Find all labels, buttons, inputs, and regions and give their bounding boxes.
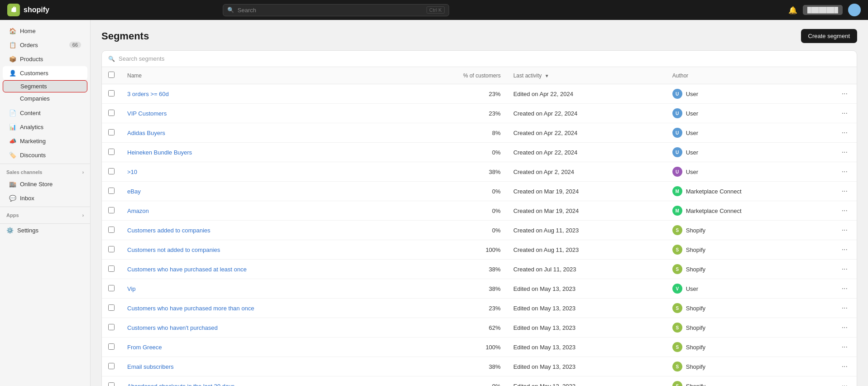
row-more-button[interactable]: ··· <box>839 381 850 386</box>
row-actions-cell[interactable]: ··· <box>833 240 857 260</box>
segment-name-cell[interactable]: Email subscribers <box>121 357 405 376</box>
segments-search-input[interactable] <box>119 55 850 62</box>
row-checkbox[interactable] <box>108 110 115 116</box>
row-checkbox[interactable] <box>108 324 115 330</box>
sidebar-item-discounts[interactable]: 🏷️ Discounts <box>3 148 87 162</box>
row-actions-cell[interactable]: ··· <box>833 221 857 240</box>
row-actions-cell[interactable]: ··· <box>833 338 857 357</box>
row-checkbox[interactable] <box>108 188 115 194</box>
segment-name-cell[interactable]: Heineken Bundle Buyers <box>121 143 405 162</box>
segment-name-cell[interactable]: Abandoned checkouts in the last 30 days <box>121 376 405 386</box>
row-checkbox[interactable] <box>108 265 115 272</box>
segment-name-cell[interactable]: Amazon <box>121 201 405 221</box>
row-checkbox-cell[interactable] <box>102 162 121 182</box>
row-checkbox[interactable] <box>108 129 115 135</box>
row-checkbox[interactable] <box>108 246 115 252</box>
row-actions-cell[interactable]: ··· <box>833 318 857 338</box>
segment-name-cell[interactable]: Customers who haven't purchased <box>121 318 405 338</box>
sidebar-item-marketing[interactable]: 📣 Marketing <box>3 134 87 148</box>
shopify-logo[interactable]: S shopify <box>7 4 49 16</box>
segment-name-cell[interactable]: Customers who have purchased more than o… <box>121 299 405 318</box>
row-checkbox-cell[interactable] <box>102 221 121 240</box>
segment-name-cell[interactable]: 3 orders >= 60d <box>121 84 405 104</box>
row-actions-cell[interactable]: ··· <box>833 84 857 104</box>
store-selector[interactable]: ████████ <box>803 5 843 15</box>
segment-name-cell[interactable]: From Greece <box>121 338 405 357</box>
segment-name-cell[interactable]: Customers added to companies <box>121 221 405 240</box>
row-actions-cell[interactable]: ··· <box>833 162 857 182</box>
row-checkbox-cell[interactable] <box>102 260 121 279</box>
row-checkbox[interactable] <box>108 285 115 291</box>
row-more-button[interactable]: ··· <box>839 284 850 294</box>
row-actions-cell[interactable]: ··· <box>833 123 857 143</box>
segment-name-cell[interactable]: Vip <box>121 279 405 299</box>
notification-bell-icon[interactable]: 🔔 <box>788 6 797 14</box>
select-all-checkbox[interactable] <box>108 72 115 78</box>
row-checkbox-cell[interactable] <box>102 182 121 201</box>
col-name[interactable]: Name <box>121 67 405 84</box>
row-actions-cell[interactable]: ··· <box>833 299 857 318</box>
row-checkbox-cell[interactable] <box>102 318 121 338</box>
sidebar-item-settings[interactable]: ⚙️ Settings <box>0 223 90 237</box>
sidebar-item-products[interactable]: 📦 Products <box>3 52 87 66</box>
row-more-button[interactable]: ··· <box>839 128 850 138</box>
row-actions-cell[interactable]: ··· <box>833 201 857 221</box>
row-checkbox[interactable] <box>108 304 115 311</box>
row-actions-cell[interactable]: ··· <box>833 260 857 279</box>
sidebar-item-inbox[interactable]: 💬 Inbox <box>3 191 87 205</box>
row-actions-cell[interactable]: ··· <box>833 104 857 123</box>
row-checkbox[interactable] <box>108 168 115 174</box>
sidebar-item-home[interactable]: 🏠 Home <box>3 24 87 38</box>
row-more-button[interactable]: ··· <box>839 89 850 99</box>
row-more-button[interactable]: ··· <box>839 225 850 235</box>
segment-name-cell[interactable]: >10 <box>121 162 405 182</box>
row-checkbox-cell[interactable] <box>102 376 121 386</box>
sidebar-item-companies[interactable]: Companies <box>3 93 87 104</box>
row-more-button[interactable]: ··· <box>839 167 850 177</box>
row-more-button[interactable]: ··· <box>839 147 850 157</box>
row-more-button[interactable]: ··· <box>839 264 850 274</box>
segment-name-cell[interactable]: Adidas Buyers <box>121 123 405 143</box>
row-actions-cell[interactable]: ··· <box>833 143 857 162</box>
row-checkbox[interactable] <box>108 149 115 155</box>
row-checkbox-cell[interactable] <box>102 104 121 123</box>
row-checkbox-cell[interactable] <box>102 143 121 162</box>
row-checkbox-cell[interactable] <box>102 123 121 143</box>
row-more-button[interactable]: ··· <box>839 206 850 216</box>
row-more-button[interactable]: ··· <box>839 342 850 352</box>
row-checkbox[interactable] <box>108 227 115 233</box>
row-checkbox-cell[interactable] <box>102 201 121 221</box>
row-more-button[interactable]: ··· <box>839 108 850 118</box>
select-all-header[interactable] <box>102 67 121 84</box>
col-author[interactable]: Author <box>666 67 833 84</box>
sidebar-item-content[interactable]: 📄 Content <box>3 106 87 120</box>
sidebar-item-segments[interactable]: Segments <box>3 80 87 92</box>
segment-name-cell[interactable]: Customers who have purchased at least on… <box>121 260 405 279</box>
row-checkbox-cell[interactable] <box>102 279 121 299</box>
sidebar-item-customers[interactable]: 👤 Customers <box>3 66 87 80</box>
col-last-activity[interactable]: Last activity ▼ <box>507 67 666 84</box>
segment-name-cell[interactable]: Customers not added to companies <box>121 240 405 260</box>
create-segment-button[interactable]: Create segment <box>801 29 858 43</box>
row-more-button[interactable]: ··· <box>839 323 850 333</box>
row-actions-cell[interactable]: ··· <box>833 376 857 386</box>
sidebar-item-orders[interactable]: 📋 Orders 66 <box>3 38 87 52</box>
sales-channels-header[interactable]: Sales channels › <box>0 166 90 177</box>
row-checkbox-cell[interactable] <box>102 84 121 104</box>
row-checkbox[interactable] <box>108 343 115 350</box>
row-actions-cell[interactable]: ··· <box>833 357 857 376</box>
row-checkbox-cell[interactable] <box>102 357 121 376</box>
apps-header[interactable]: Apps › <box>0 209 90 220</box>
row-more-button[interactable]: ··· <box>839 186 850 196</box>
row-checkbox[interactable] <box>108 207 115 213</box>
row-actions-cell[interactable]: ··· <box>833 279 857 299</box>
avatar[interactable] <box>848 4 861 16</box>
col-pct-customers[interactable]: % of customers <box>405 67 507 84</box>
row-checkbox-cell[interactable] <box>102 338 121 357</box>
row-actions-cell[interactable]: ··· <box>833 182 857 201</box>
global-search-input[interactable] <box>223 4 449 16</box>
row-checkbox[interactable] <box>108 382 115 386</box>
segment-name-cell[interactable]: eBay <box>121 182 405 201</box>
row-checkbox-cell[interactable] <box>102 299 121 318</box>
row-checkbox[interactable] <box>108 90 115 96</box>
